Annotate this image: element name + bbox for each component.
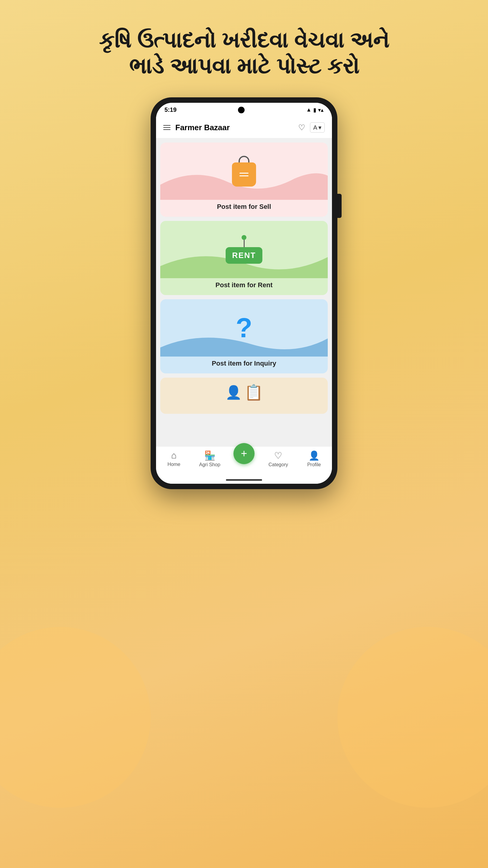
rent-label: Post item for Rent <box>216 281 272 289</box>
agri-shop-icon: 🏪 <box>204 450 216 461</box>
nav-profile[interactable]: 👤 Profile <box>302 450 326 467</box>
wifi-icon: ▾▴ <box>318 107 324 113</box>
rent-sign-icon: RENT <box>226 235 263 264</box>
rent-icon-area: RENT <box>160 221 328 278</box>
lang-label: A <box>313 124 317 131</box>
sell-icon-area <box>160 143 328 200</box>
home-label: Home <box>167 462 181 467</box>
document-icon: 📋 <box>244 384 263 401</box>
home-bar <box>226 479 262 481</box>
category-icon: ♡ <box>274 450 282 461</box>
plus-icon: + <box>241 447 247 460</box>
nav-category[interactable]: ♡ Category <box>266 450 290 467</box>
app-title: Farmer Bazaar <box>175 123 293 132</box>
signal-icon: ▲ <box>306 107 312 113</box>
agri-shop-label: Agri Shop <box>199 462 220 467</box>
bottom-nav: ⌂ Home 🏪 Agri Shop + ♡ Category 👤 Profil… <box>156 446 332 476</box>
page-heading: કૃષિ ઉત્પાદનો ખરીદવા વેચવા અને ભાડે આપવા… <box>75 27 413 79</box>
inquiry-icon-area: ? <box>160 299 328 356</box>
shopping-bag-icon <box>232 156 256 187</box>
rent-card[interactable]: RENT Post item for Rent <box>160 221 328 295</box>
home-indicator <box>156 476 332 484</box>
fourth-card-icon: 👤 📋 <box>225 384 263 401</box>
content-area: Post item for Sell RENT Post item for Re… <box>156 138 332 446</box>
status-bar: 5:19 ▲ ▮ ▾▴ <box>156 103 332 117</box>
hamburger-button[interactable] <box>163 125 170 130</box>
inquiry-label: Post item for Inquiry <box>212 360 276 367</box>
category-label: Category <box>268 462 288 467</box>
profile-label: Profile <box>307 462 321 467</box>
sell-label: Post item for Sell <box>217 203 271 211</box>
person-icon: 👤 <box>225 384 242 400</box>
heading-line2: ભાડે આપવા માટે પોસ્ટ કરો <box>99 53 389 79</box>
camera-notch <box>238 107 245 113</box>
inquiry-card[interactable]: ? Post item for Inquiry <box>160 299 328 373</box>
app-header: Farmer Bazaar ♡ A ▾ <box>156 117 332 138</box>
language-button[interactable]: A ▾ <box>310 122 325 133</box>
nav-agri-shop[interactable]: 🏪 Agri Shop <box>198 450 222 467</box>
nav-home[interactable]: ⌂ Home <box>162 450 186 467</box>
phone-mockup: 5:19 ▲ ▮ ▾▴ Farmer Bazaar ♡ A ▾ <box>151 97 337 489</box>
fourth-card[interactable]: 👤 📋 <box>160 378 328 414</box>
status-time: 5:19 <box>164 106 176 113</box>
sell-card[interactable]: Post item for Sell <box>160 143 328 217</box>
profile-icon: 👤 <box>308 450 320 461</box>
battery-icon: ▮ <box>313 107 316 113</box>
home-icon: ⌂ <box>171 450 176 461</box>
question-mark-icon: ? <box>236 314 253 341</box>
status-icons: ▲ ▮ ▾▴ <box>306 107 324 113</box>
chevron-down-icon: ▾ <box>318 124 321 131</box>
post-button[interactable]: + <box>233 443 255 464</box>
heading-line1: કૃષિ ઉત્પાદનો ખરીદવા વેચવા અને <box>99 27 389 53</box>
wishlist-icon[interactable]: ♡ <box>298 123 305 132</box>
